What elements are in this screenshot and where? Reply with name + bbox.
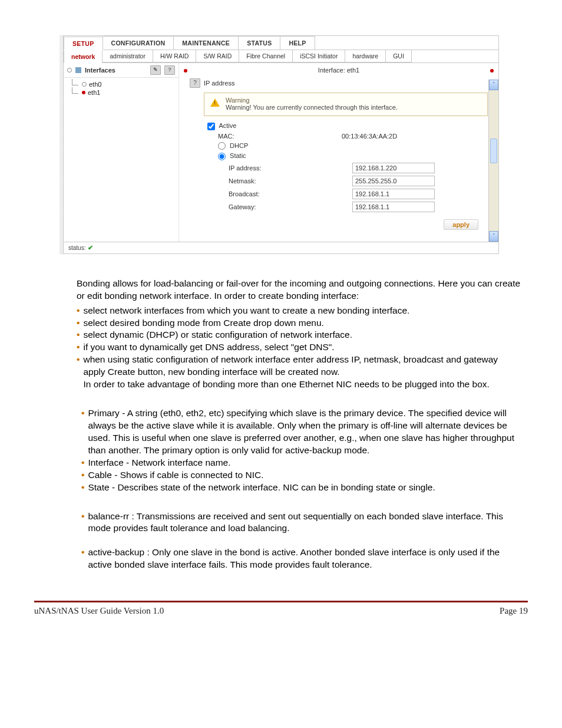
ip-form: Active MAC: 00:13:46:3A:AA:2D DHCP xyxy=(207,121,488,235)
bullet-text: select desired bonding mode from Create … xyxy=(83,317,522,330)
warning-title: Warning xyxy=(226,97,398,104)
ip-input[interactable] xyxy=(352,163,435,173)
tab-network[interactable]: network xyxy=(64,51,103,63)
apply-button[interactable]: apply xyxy=(444,219,478,230)
ip-label: IP address: xyxy=(207,164,317,172)
bullet-item: •State - Describes state of the network … xyxy=(81,482,522,494)
netmask-input[interactable] xyxy=(352,176,435,186)
scroll-down-button[interactable]: ˅ xyxy=(489,231,498,242)
bullet-item: •balance-rr : Transmissions are received… xyxy=(81,510,522,535)
mac-label: MAC: xyxy=(207,133,306,140)
sidebar-header: Interfaces ✎ ? xyxy=(64,63,178,78)
static-radio[interactable] xyxy=(218,153,226,160)
bullet-text: if you want to dynamically get DNS addre… xyxy=(83,341,522,354)
bullet-mark-icon: • xyxy=(81,482,84,493)
bullet-item: •select dynamic (DHCP) or static configu… xyxy=(77,329,522,341)
status-dot-icon xyxy=(82,91,85,94)
section-header: ? IP address xyxy=(190,76,488,90)
warning-body: Warning! You are currently connected thr… xyxy=(226,104,398,111)
tab-iscsi-initiator[interactable]: iSCSI Initiator xyxy=(293,50,345,62)
document-body: Bonding allows for load-balancing or fai… xyxy=(77,278,522,571)
active-label: Active xyxy=(219,122,236,129)
warning-box: Warning Warning! You are currently conne… xyxy=(204,93,488,116)
pane-title: Interface: eth1 xyxy=(318,67,359,74)
bullet-mark-icon: • xyxy=(77,329,80,341)
sidebar-help-button[interactable]: ? xyxy=(164,65,175,75)
interfaces-icon xyxy=(75,67,81,73)
footer-right: Page 19 xyxy=(500,606,528,616)
main-pane: Interface: eth1 ? IP address Warning War… xyxy=(179,63,498,242)
bullet-item: •select desired bonding mode from Create… xyxy=(77,317,522,330)
footer-rule xyxy=(34,601,528,602)
gateway-input[interactable] xyxy=(352,202,435,212)
mac-value: 00:13:46:3A:AA:2D xyxy=(306,133,488,140)
tab-status[interactable]: STATUS xyxy=(239,36,280,50)
bullet-text: select network interfaces from which you… xyxy=(83,305,522,317)
screenshot-container: SETUP CONFIGURATION MAINTENANCE STATUS H… xyxy=(63,35,499,254)
sidebar-item-eth1[interactable]: eth1 xyxy=(67,88,176,97)
sidebar: Interfaces ✎ ? eth0 xyxy=(64,63,179,242)
accent-dot-icon xyxy=(184,69,187,73)
interfaces-tree: eth0 eth1 xyxy=(64,78,178,99)
bullet-mark-icon: • xyxy=(81,510,84,522)
help-icon[interactable]: ? xyxy=(190,78,200,88)
scroll-up-button[interactable]: ˄ xyxy=(489,80,498,90)
bullet-text: active-backup : Only one slave in the bo… xyxy=(88,546,522,571)
intro-paragraph: Bonding allows for load-balancing or fai… xyxy=(77,278,522,302)
scrollbar[interactable]: ˄ ˅ xyxy=(488,80,498,242)
bullet-item: •active-backup : Only one slave in the b… xyxy=(81,546,522,571)
tab-setup[interactable]: SETUP xyxy=(64,37,103,50)
secondary-tabs: network administrator H/W RAID S/W RAID … xyxy=(64,50,498,63)
bullet-mark-icon: • xyxy=(81,546,84,558)
netmask-label: Netmask: xyxy=(207,177,317,185)
tab-fibre-channel[interactable]: Fibre Channel xyxy=(239,50,293,62)
tab-hardware[interactable]: hardware xyxy=(345,50,386,62)
warning-icon xyxy=(210,98,220,107)
bullet-text: Primary - A string (eth0, eth2, etc) spe… xyxy=(88,407,522,457)
status-bar: status: ✔ xyxy=(64,242,498,253)
tab-sw-raid[interactable]: S/W RAID xyxy=(196,50,239,62)
bullet-text: Interface - Network interface name. xyxy=(88,457,522,469)
bullet-text: State - Describes state of the network i… xyxy=(88,482,522,494)
accent-dot-icon xyxy=(490,69,494,73)
bullet-item: •Interface - Network interface name. xyxy=(81,457,522,469)
tab-hw-raid[interactable]: H/W RAID xyxy=(153,50,196,62)
section-title: IP address xyxy=(204,80,234,87)
bullet-text: select dynamic (DHCP) or static configur… xyxy=(83,329,522,341)
scroll-thumb[interactable] xyxy=(490,139,497,163)
dhcp-radio[interactable] xyxy=(218,142,226,150)
dhcp-label: DHCP xyxy=(230,142,248,149)
tab-gui[interactable]: GUI xyxy=(386,50,412,62)
bullet-text: when using static configuration of netwo… xyxy=(83,354,522,391)
sidebar-title: Interfaces xyxy=(85,67,115,74)
bullet-mark-icon: • xyxy=(77,305,80,317)
page-footer: uNAS/tNAS User Guide Version 1.0 Page 19 xyxy=(34,606,528,616)
bullet-mark-icon: • xyxy=(77,341,80,353)
check-icon: ✔ xyxy=(88,244,93,252)
broadcast-input[interactable] xyxy=(352,189,435,199)
status-label: status: xyxy=(68,245,85,251)
gateway-label: Gateway: xyxy=(207,203,317,210)
bullet-mark-icon: • xyxy=(81,469,84,481)
tab-administrator[interactable]: administrator xyxy=(103,50,153,62)
bullet-text: Cable - Shows if cable is connected to N… xyxy=(88,469,522,482)
bullet-item: •when using static configuration of netw… xyxy=(77,354,522,391)
static-label: Static xyxy=(230,152,246,159)
bullet-item: •Primary - A string (eth0, eth2, etc) sp… xyxy=(81,407,522,457)
bullet-item: •Cable - Shows if cable is connected to … xyxy=(81,469,522,482)
footer-left: uNAS/tNAS User Guide Version 1.0 xyxy=(34,606,164,616)
tree-root-icon xyxy=(67,68,72,73)
bullet-item: •if you want to dynamically get DNS addr… xyxy=(77,341,522,354)
tab-maintenance[interactable]: MAINTENANCE xyxy=(174,36,239,50)
primary-tabs: SETUP CONFIGURATION MAINTENANCE STATUS H… xyxy=(64,36,498,50)
tab-configuration[interactable]: CONFIGURATION xyxy=(103,36,174,50)
broadcast-label: Broadcast: xyxy=(207,190,317,197)
bullet-text: balance-rr : Transmissions are received … xyxy=(88,510,522,535)
sidebar-item-eth0[interactable]: eth0 xyxy=(67,80,176,88)
active-checkbox[interactable] xyxy=(207,123,215,130)
status-dot-icon xyxy=(82,82,87,87)
bullet-mark-icon: • xyxy=(81,457,84,469)
tab-help[interactable]: HELP xyxy=(280,36,315,50)
bullet-mark-icon: • xyxy=(77,317,80,329)
sidebar-tool-button[interactable]: ✎ xyxy=(150,65,161,75)
